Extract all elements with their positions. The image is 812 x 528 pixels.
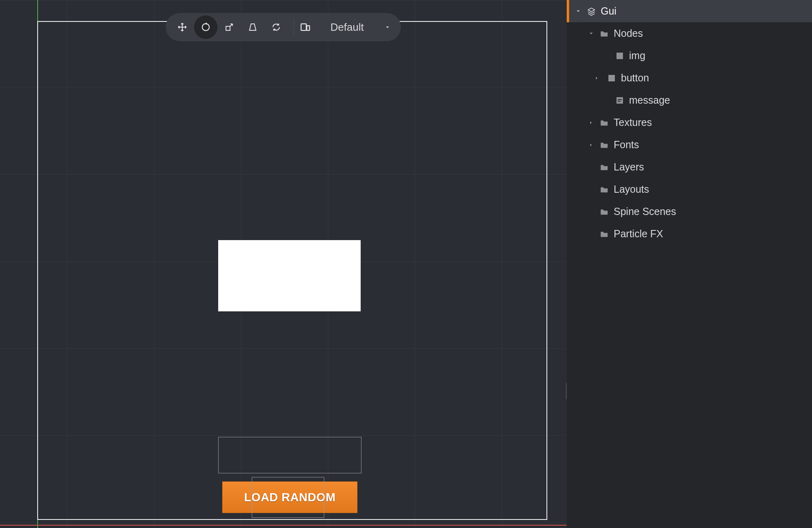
outline-item-label: Layouts bbox=[614, 183, 649, 195]
outline-item-particle-fx[interactable]: Particle FX bbox=[567, 223, 812, 245]
scene-node-message-frame[interactable] bbox=[218, 437, 361, 473]
layout-dropdown[interactable]: Default bbox=[300, 21, 391, 34]
folder-icon bbox=[599, 30, 610, 37]
scene-node-button-text-frame[interactable] bbox=[252, 477, 324, 518]
outline-item-layouts[interactable]: Layouts bbox=[567, 178, 812, 200]
frustum-icon bbox=[248, 22, 257, 32]
outline-item-label: Particle FX bbox=[614, 228, 663, 240]
tool-refresh-button[interactable] bbox=[264, 15, 288, 39]
rotate-icon bbox=[200, 22, 211, 32]
outline-item-nodes[interactable]: Nodes bbox=[567, 22, 812, 45]
folder-icon bbox=[599, 141, 610, 149]
outline-item-layers[interactable]: Layers bbox=[567, 156, 812, 178]
outline-item-label: Spine Scenes bbox=[614, 206, 676, 217]
folder-icon bbox=[599, 230, 610, 238]
outline-item-label: Gui bbox=[601, 5, 616, 17]
svg-rect-8 bbox=[618, 101, 621, 102]
svg-rect-3 bbox=[307, 26, 310, 31]
outline-item-label: Fonts bbox=[614, 139, 639, 151]
tool-scale-button[interactable] bbox=[217, 15, 241, 39]
box-node-icon bbox=[614, 52, 625, 60]
outline-item-spine-scenes[interactable]: Spine Scenes bbox=[567, 200, 812, 223]
tool-move-button[interactable] bbox=[170, 15, 194, 39]
chevron-down-icon bbox=[574, 8, 582, 14]
outline-item-label: button bbox=[621, 72, 649, 84]
svg-point-0 bbox=[202, 23, 209, 30]
scene-viewport[interactable]: LOAD RANDOM bbox=[0, 0, 567, 528]
text-node-icon bbox=[614, 96, 625, 104]
box-node-icon bbox=[606, 74, 617, 82]
outline-item-label: message bbox=[629, 94, 670, 106]
outline-item-label: Layers bbox=[614, 161, 644, 173]
folder-icon bbox=[599, 164, 610, 171]
tool-rotate-button[interactable] bbox=[194, 15, 217, 39]
svg-rect-7 bbox=[618, 99, 622, 100]
chevron-right-icon bbox=[591, 75, 602, 81]
svg-rect-5 bbox=[608, 75, 615, 81]
outline-item-img[interactable]: img bbox=[567, 45, 812, 67]
folder-icon bbox=[599, 186, 610, 193]
svg-rect-1 bbox=[226, 26, 230, 30]
scene-toolbar: Default bbox=[166, 13, 401, 41]
layout-dropdown-label: Default bbox=[330, 21, 363, 34]
outline-item-fonts[interactable]: Fonts bbox=[567, 134, 812, 156]
scale-icon bbox=[224, 22, 234, 32]
chevron-right-icon bbox=[587, 142, 595, 148]
chevron-down-icon bbox=[384, 23, 391, 31]
chevron-down-icon bbox=[587, 30, 595, 36]
scene-node-img[interactable] bbox=[218, 240, 361, 311]
svg-rect-6 bbox=[616, 97, 623, 104]
folder-icon bbox=[599, 119, 610, 126]
folder-icon bbox=[599, 208, 610, 215]
devices-icon bbox=[300, 21, 311, 33]
outline-item-message[interactable]: message bbox=[567, 89, 812, 111]
refresh-icon bbox=[271, 22, 281, 32]
outline-item-button[interactable]: button bbox=[567, 67, 812, 89]
outline-item-label: img bbox=[629, 50, 645, 62]
outline-item-label: Textures bbox=[614, 117, 652, 128]
chevron-right-icon bbox=[587, 120, 595, 126]
outline-item-label: Nodes bbox=[614, 28, 643, 39]
svg-rect-2 bbox=[301, 24, 306, 30]
outline-item-textures[interactable]: Textures bbox=[567, 111, 812, 134]
outline-item-gui[interactable]: Gui bbox=[567, 0, 812, 22]
tool-perspective-button[interactable] bbox=[241, 15, 264, 39]
layers-icon bbox=[586, 7, 597, 16]
move-icon bbox=[177, 22, 187, 32]
axis-x bbox=[0, 525, 567, 526]
svg-rect-4 bbox=[616, 53, 623, 59]
toolbar-separator bbox=[293, 19, 294, 36]
outline-panel[interactable]: Gui Nodes img button bbox=[567, 0, 812, 528]
